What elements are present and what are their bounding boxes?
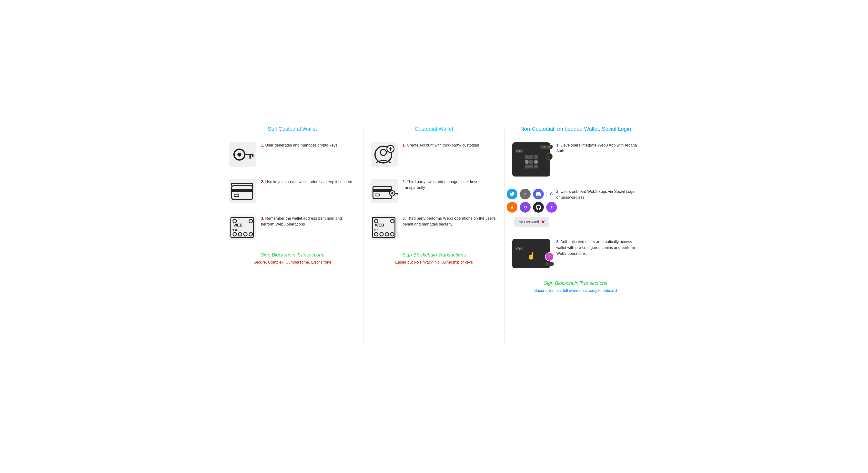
col1-footer-desc: Secure, Complex, Cumbersome, Error Prone (253, 260, 331, 265)
col2-footer-desc: Easier but No Privacy, No Ownership of k… (395, 260, 473, 265)
svg-text:WEB: WEB (234, 223, 243, 227)
discord-icon (533, 189, 544, 199)
col3-step2-number: 2. (556, 190, 559, 194)
twitch-icon: T (546, 202, 557, 213)
col1-title: Self Custodial Wallet (268, 126, 317, 133)
col3-step1-number: 1. (556, 143, 559, 147)
col1-step1: 1. User generates and manages crypto key… (229, 142, 356, 167)
svg-point-17 (249, 232, 252, 236)
col1-step2: 2. Use keys to create wallet address, ke… (229, 179, 356, 203)
col1-step3-number: 3. (261, 216, 264, 221)
svg-rect-6 (231, 189, 252, 192)
col2-step2-text: 2. Third party owns and manages user key… (403, 179, 497, 191)
social-icons-grid: S G ⬡ (507, 189, 557, 213)
svg-rect-5 (231, 186, 252, 199)
column-self-custodial: Self Custodial Wallet 1. User generates … (222, 126, 363, 347)
col1-step1-number: 1. (261, 143, 264, 147)
svg-point-39 (390, 232, 394, 236)
svg-point-14 (233, 232, 237, 236)
svg-rect-25 (373, 186, 392, 199)
column-custodial: Custodial Wallet 1. Create Account with … (364, 126, 504, 347)
svg-rect-26 (373, 189, 392, 192)
col2-footer-sign: Sign Blockchain Transactions (402, 252, 466, 258)
col3-footer-sign: Sign Blockchain Transactions (544, 280, 608, 286)
col1-step1-text: 1. User generates and manages crypto key… (261, 142, 356, 148)
svg-point-37 (380, 232, 383, 236)
col2-icon1 (371, 142, 398, 167)
col3-icon2: S G ⬡ (512, 189, 551, 227)
svg-point-40 (374, 219, 378, 223)
col3-step2-text: 2. Users onboard Web3 apps via Social Lo… (556, 189, 639, 200)
col1-step1-desc: User generates and manages crypto keys (265, 143, 337, 147)
svg-point-1 (237, 153, 242, 157)
col2-step1-number: 1. (403, 143, 406, 147)
col2-step1-text: 1. Create Account with third-party/ cust… (403, 142, 497, 148)
svg-point-19 (249, 219, 252, 223)
github-icon (533, 202, 544, 213)
svg-text:3.0: 3.0 (374, 228, 378, 232)
svg-point-41 (390, 219, 394, 223)
col3-step3-text: 3. Authenticated users automatically acc… (556, 239, 639, 257)
col3-step3-desc: Authenticated users automatically access… (556, 240, 635, 256)
col3-icon3: dApp ☝ A ≋ (512, 239, 551, 268)
svg-rect-27 (375, 194, 379, 196)
svg-point-36 (374, 232, 378, 236)
no-password-x-icon: ✕ (541, 219, 545, 225)
steam-icon: S (520, 189, 531, 199)
col1-step3-desc: Remember the wallet address per chain an… (261, 216, 342, 226)
col3-step1-text: 1. Developers integrate Web3 App with Ar… (556, 142, 639, 154)
firebase-icon (507, 202, 518, 213)
col3-step2: S G ⬡ (512, 189, 639, 227)
svg-point-21 (380, 149, 386, 155)
page-container: Self Custodial Wallet 1. User generates … (217, 118, 651, 355)
col1-step3-text: 3. Remember the wallet address per chain… (261, 215, 356, 227)
col3-step2-desc: Users onboard Web3 apps via Social Login… (556, 190, 635, 199)
svg-text:WEB: WEB (375, 223, 384, 227)
column-non-custodial: Non-Custodial, embedded Wallet, Social L… (505, 126, 646, 347)
col3-step3: dApp ☝ A ≋ 3. Authenticated users automa… (512, 239, 639, 268)
col1-step3: WEB 3.0 3. Remember the wallet address p… (229, 215, 356, 240)
svg-rect-7 (234, 194, 239, 197)
col2-step2-desc: Third party owns and manages user keys t… (403, 180, 478, 190)
svg-point-38 (385, 232, 389, 236)
col2-step3: WEB 3.0 3. Third party performs Web3 ope… (371, 215, 497, 240)
polygon-icon: ⬡ (520, 202, 531, 213)
col2-step1-desc: Create Account with third-party/ custodi… (407, 143, 479, 147)
google-icon: G (546, 189, 557, 199)
col1-footer-sign: Sign Blockchain Transactions (260, 252, 324, 258)
svg-point-18 (233, 219, 237, 223)
col2-step3-number: 3. (403, 216, 406, 221)
col2-step3-desc: Third party performs Web3 operations on … (403, 216, 496, 226)
svg-point-15 (238, 232, 242, 236)
no-password-box: No Password ✕ (514, 217, 549, 227)
col1-step2-desc: Use keys to create wallet address, keep … (265, 180, 352, 184)
no-password-label: No Password (519, 220, 539, 224)
col3-step1: dApp Auth SDK (512, 142, 639, 176)
col3-step1-desc: Developers integrate Web3 App with Arcan… (556, 143, 637, 153)
col2-icon3: WEB 3.0 (371, 215, 398, 240)
col1-icon1 (229, 142, 256, 167)
col2-title: Custodial Wallet (415, 126, 453, 133)
col2-step2: 2. Third party owns and manages user key… (371, 179, 497, 203)
col2-step2-number: 2. (403, 180, 406, 184)
twitter-icon (507, 189, 518, 199)
col2-icon2 (371, 179, 398, 203)
col1-icon3: WEB 3.0 (229, 215, 256, 240)
col3-title: Non-Custodial, embedded Wallet, Social L… (520, 126, 631, 133)
col1-step2-number: 2. (261, 180, 264, 184)
svg-text:3.0: 3.0 (232, 228, 237, 232)
col2-step3-text: 3. Third party performs Web3 operations … (403, 215, 497, 227)
svg-point-29 (391, 192, 393, 194)
col2-step1: 1. Create Account with third-party/ cust… (371, 142, 497, 167)
col3-icon1: dApp Auth SDK (512, 142, 551, 176)
col3-step3-number: 3. (556, 240, 559, 244)
col1-icon2 (229, 179, 256, 203)
svg-point-16 (244, 232, 247, 236)
col3-footer-desc: Secure, Simple, full ownership, easy to … (534, 289, 617, 293)
col1-step2-text: 2. Use keys to create wallet address, ke… (261, 179, 356, 185)
